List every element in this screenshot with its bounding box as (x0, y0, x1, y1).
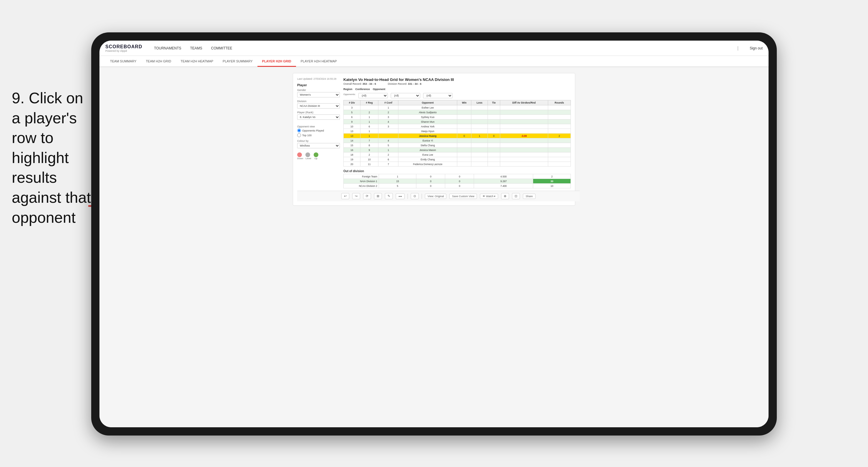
sub-nav: TEAM SUMMARY TEAM H2H GRID TEAM H2H HEAT… (99, 56, 769, 67)
opponent-select[interactable]: (All) (423, 93, 453, 98)
radio-group: Opponents Played Top 100 (297, 129, 340, 137)
colour-select[interactable]: Win/loss (297, 143, 340, 148)
player-rank-label: Player (Rank) (297, 111, 340, 114)
watch-button[interactable]: 👁 Watch ▾ (480, 194, 498, 199)
division-record: Division Record: 331 - 34 - 6 (388, 83, 421, 85)
table-row[interactable]: 6 1 3 Sydney Kuo (344, 115, 571, 120)
col-div: # Div (344, 100, 361, 105)
nav-tournaments[interactable]: TOURNAMENTS (154, 45, 181, 52)
region-select[interactable]: (All) (359, 93, 388, 98)
out-row-ncaa2[interactable]: NCAA Division 2 5 0 0 7.400 10 (344, 184, 571, 188)
top-nav: SCOREBOARD Powered by clippd TOURNAMENTS… (99, 41, 769, 56)
instruction-number: 9. (12, 89, 24, 106)
view-original-button[interactable]: View: Original (425, 194, 446, 199)
conference-select[interactable]: (All) (391, 93, 420, 98)
col-reg: # Reg (360, 100, 378, 105)
nav-teams[interactable]: TEAMS (190, 45, 202, 52)
records-row: Overall Record: 353 - 34 - 6 Division Re… (343, 83, 571, 85)
col-loss: Loss (471, 100, 488, 105)
overall-record: Overall Record: 353 - 34 - 6 (343, 83, 376, 85)
gender-select[interactable]: Women's (297, 92, 340, 97)
tablet-screen: SCOREBOARD Powered by clippd TOURNAMENTS… (99, 41, 769, 427)
radio-opponents-played[interactable]: Opponents Played (297, 129, 340, 132)
region-filter-group2: Conference (355, 88, 370, 91)
nav-committee[interactable]: COMMITTEE (211, 45, 232, 52)
instruction-body: Click on a player's row to highlight res… (12, 89, 91, 226)
sign-out-button[interactable]: Sign out (750, 46, 763, 50)
tab-player-h2h-heatmap[interactable]: PLAYER H2H HEATMAP (296, 56, 342, 67)
bottom-toolbar: ↩ ↪ ⟳ ⊞ ✎ ••• ⊙ View: Original Save Cust… (297, 191, 580, 201)
dashboard-card: Last Updated: 27/03/2024 16:55:28 Player… (293, 73, 575, 206)
table-row[interactable]: 19 10 6 Emily Chang (344, 157, 571, 162)
h2h-grid-table: # Div # Reg # Conf Opponent Win Loss Tie… (343, 100, 571, 166)
player-section-title: Player (297, 83, 340, 87)
table-header-row: # Div # Reg # Conf Opponent Win Loss Tie… (344, 100, 571, 105)
grid-title: Katelyn Vo Head-to-Head Grid for Women's… (343, 77, 571, 82)
dot-level-label: Level (305, 157, 311, 160)
app-logo: SCOREBOARD Powered by clippd (105, 44, 143, 52)
dot-up-label: Up (314, 157, 318, 160)
dot-down-label: Down (297, 157, 303, 160)
out-row-foreign[interactable]: Foreign Team 1 0 0 4.500 2 (344, 174, 571, 179)
dot-level (305, 152, 310, 157)
toolbar-sep (407, 194, 408, 199)
filter-selects-row: Opponents: (All) (All) (All) (343, 93, 571, 98)
instruction-text: 9. Click on a player's row to highlight … (12, 88, 91, 227)
logo-sub: Powered by clippd (105, 50, 143, 52)
opponent-filter-group: Opponent (373, 88, 385, 91)
table-row[interactable]: 9 1 4 Sharon Mun (344, 120, 571, 124)
out-of-division-section: Out of division Foreign Team 1 0 0 4.500 (343, 169, 571, 188)
tablet-shell: SCOREBOARD Powered by clippd TOURNAMENTS… (91, 32, 777, 436)
tab-player-summary[interactable]: PLAYER SUMMARY (218, 56, 257, 67)
col-opponent: Opponent (398, 100, 457, 105)
player-rank-select[interactable]: 8. Katelyn Vo (297, 115, 340, 120)
right-panel: Katelyn Vo Head-to-Head Grid for Women's… (343, 77, 571, 188)
edit-button[interactable]: ✎ (385, 193, 393, 199)
logo-text: SCOREBOARD (105, 44, 143, 50)
refresh-button[interactable]: ⟳ (363, 193, 371, 199)
left-panel: Last Updated: 27/03/2024 16:55:28 Player… (297, 77, 340, 188)
region-filter-group: Region (343, 88, 352, 91)
table-row[interactable]: 3 1 Esther Lee (344, 105, 571, 110)
main-content: Last Updated: 27/03/2024 16:55:28 Player… (99, 67, 769, 427)
redo-button[interactable]: ↪ (352, 193, 360, 199)
radio-top-100[interactable]: Top 100 (297, 133, 340, 137)
tab-player-h2h-grid[interactable]: PLAYER H2H GRID (257, 56, 296, 67)
col-conf: # Conf (378, 100, 398, 105)
out-of-division-table: Foreign Team 1 0 0 4.500 2 NAIA Division… (343, 174, 571, 188)
colour-dots: Down Level Up (297, 152, 340, 160)
save-custom-view-button[interactable]: Save Custom View (449, 194, 477, 199)
tab-team-h2h-heatmap[interactable]: TEAM H2H HEATMAP (176, 56, 218, 67)
share-button[interactable]: Share (523, 194, 535, 199)
table-row[interactable]: 13 1 Heeju Hyun (344, 129, 571, 133)
table-row[interactable]: 14 7 4 Eunice Yi (344, 138, 571, 143)
table-row-jessica-huang[interactable]: 13 1 Jessica Huang 0 1 0 -3.00 2 (344, 133, 571, 138)
out-of-division-label: Out of division (343, 169, 571, 173)
table-row[interactable]: 5 2 2 Alexis Sudjianto (344, 110, 571, 115)
col-tie: Tie (488, 100, 500, 105)
toolbar-sep2 (422, 194, 422, 199)
tab-team-h2h-grid[interactable]: TEAM H2H GRID (141, 56, 176, 67)
division-select[interactable]: NCAA Division III (297, 103, 340, 108)
division-label: Division (297, 100, 340, 103)
more-button[interactable]: ••• (396, 193, 405, 199)
table-row[interactable]: 20 11 7 Federica Domecq Lacroze (344, 162, 571, 166)
out-row-naia1[interactable]: NAIA Division 1 15 0 0 9.267 30 (344, 179, 571, 184)
table-row[interactable]: 15 8 5 Stella Chang (344, 143, 571, 148)
opponent-view-label: Opponent view (297, 125, 340, 128)
opponent-view-section: Opponent view Opponents Played Top 100 (297, 125, 340, 137)
table-row[interactable]: 16 9 1 Jessica Mason (344, 148, 571, 152)
table-row[interactable]: 10 6 3 Andrea York (344, 124, 571, 129)
grid-button[interactable]: ⊞ (374, 193, 382, 199)
col-win: Win (457, 100, 471, 105)
eye-button[interactable]: ⊙ (411, 193, 419, 199)
undo-button[interactable]: ↩ (341, 193, 349, 199)
add-button[interactable]: ⊕ (501, 193, 509, 199)
table-row[interactable]: 18 2 2 Euna Lee (344, 152, 571, 157)
dot-up (314, 152, 318, 157)
last-updated: Last Updated: 27/03/2024 16:55:28 (297, 77, 340, 80)
colour-label: Colour by (297, 139, 340, 143)
layout-button[interactable]: ⊡ (512, 193, 520, 199)
gender-label: Gender (297, 89, 340, 92)
tab-team-summary[interactable]: TEAM SUMMARY (105, 56, 141, 67)
